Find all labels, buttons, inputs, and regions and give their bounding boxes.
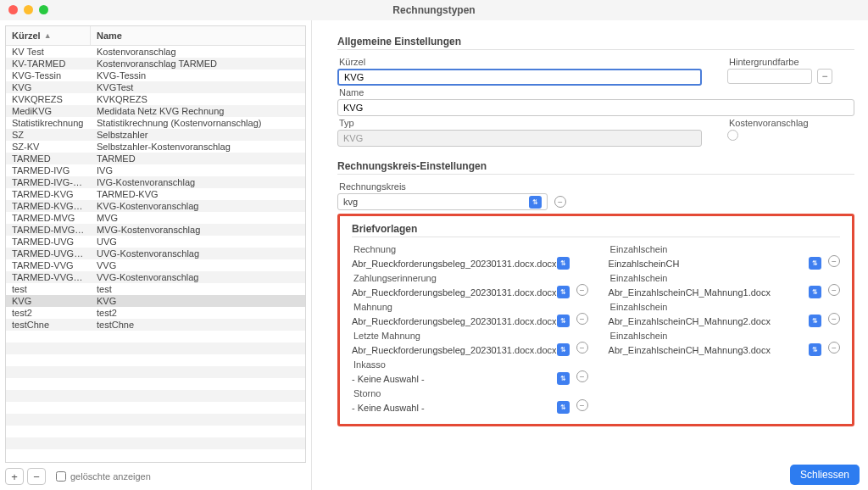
briefvorlagen-box: Briefvorlagen RechnungAbr_Rueckforderung… [337, 214, 854, 426]
ez4-clear-button[interactable]: − [828, 342, 840, 354]
storno-clear-button[interactable]: − [576, 399, 588, 411]
name-input[interactable] [337, 99, 854, 116]
col-kuerzel[interactable]: Kürzel▲ [6, 26, 91, 45]
table-row[interactable] [6, 390, 305, 402]
table-row[interactable] [6, 437, 305, 449]
letzte-label: Letzte Mahnung [352, 331, 588, 341]
table-row[interactable]: TARMED-MVGMVG [6, 212, 305, 224]
type-table: Kürzel▲ Name KV TestKostenvoranschlagKV-… [5, 25, 306, 463]
sort-asc-icon: ▲ [44, 31, 52, 40]
cell-kuerzel: KVG [6, 82, 91, 92]
maximize-window-icon[interactable] [39, 5, 48, 14]
rechnung-combo[interactable]: Abr_Rueckforderungsbeleg_20230131.docx.d… [352, 257, 570, 270]
table-row[interactable]: MediKVGMedidata Netz KVG Rechnung [6, 105, 305, 117]
cell-kuerzel: KVG [6, 296, 91, 306]
rechnungskreis-combo[interactable]: kvg⇅ [337, 193, 548, 210]
table-row[interactable]: SZ-KVSelbstzahler-Kostenvoranschlag [6, 141, 305, 153]
table-row[interactable] [6, 426, 305, 437]
table-row[interactable]: KVGKVG [6, 295, 305, 307]
table-row[interactable]: TARMEDTARMED [6, 153, 305, 164]
table-row[interactable] [6, 354, 305, 366]
add-button[interactable]: + [5, 468, 24, 485]
table-row[interactable]: TARMED-IVG-KVIVG-Kostenvoranschlag [6, 176, 305, 188]
ez2-clear-button[interactable]: − [828, 284, 840, 296]
storno-combo[interactable]: - Keine Auswahl -⇅ [352, 401, 570, 414]
table-row[interactable]: KVKQREZSKVKQREZS [6, 93, 305, 105]
cell-name: KVG [91, 296, 305, 306]
table-row[interactable]: TARMED-KVGTARMED-KVG [6, 188, 305, 200]
ez1-combo[interactable]: EinzahlscheinCH⇅ [609, 257, 821, 270]
letzte-combo[interactable]: Abr_Rueckforderungsbeleg_20230131.docx.d… [352, 343, 570, 356]
cell-kuerzel: TARMED-MVG [6, 213, 91, 223]
table-row[interactable] [6, 331, 305, 342]
cell-kuerzel: SZ-KV [6, 142, 91, 152]
inkasso-label: Inkasso [352, 359, 588, 370]
cell-name: test2 [91, 308, 305, 318]
table-row[interactable] [6, 342, 305, 354]
kreis-section-title: Rechnungskreis-Einstellungen [337, 160, 854, 172]
table-row[interactable]: testChnetestChne [6, 319, 305, 331]
table-row[interactable] [6, 378, 305, 390]
ez2-combo[interactable]: Abr_EinzahlscheinCH_Mahnung1.docx⇅ [609, 286, 821, 298]
bg-color-swatch[interactable] [727, 69, 812, 84]
table-row[interactable]: KV-TARMEDKostenvoranschlag TARMED [6, 58, 305, 70]
inkasso-clear-button[interactable]: − [576, 370, 588, 382]
cell-kuerzel: KV-TARMED [6, 58, 91, 69]
table-row[interactable] [6, 402, 305, 414]
table-row[interactable] [6, 414, 305, 426]
inkasso-combo[interactable]: - Keine Auswahl -⇅ [352, 372, 570, 385]
table-row[interactable] [6, 366, 305, 378]
table-row[interactable]: KVG-TessinKVG-Tessin [6, 70, 305, 81]
minimize-window-icon[interactable] [24, 5, 33, 14]
mahnung-combo[interactable]: Abr_Rueckforderungsbeleg_20230131.docx.d… [352, 315, 570, 327]
remove-button[interactable]: − [27, 468, 46, 485]
close-window-icon[interactable] [8, 5, 18, 14]
cell-kuerzel: testChne [6, 320, 91, 330]
cell-name: Selbstzahler [91, 130, 305, 140]
cell-name: KVKQREZS [91, 94, 305, 104]
brief-section-title: Briefvorlagen [352, 223, 840, 235]
storno-label: Storno [352, 388, 588, 398]
table-row[interactable]: SZSelbstzahler [6, 129, 305, 141]
cell-name: testChne [91, 320, 305, 330]
cell-name: UVG [91, 237, 305, 247]
cell-kuerzel: Statistikrechnung [6, 118, 91, 128]
table-row[interactable]: test2test2 [6, 307, 305, 319]
ez4-combo[interactable]: Abr_EinzahlscheinCH_Mahnung3.docx⇅ [609, 343, 821, 356]
table-row[interactable]: TARMED-VVGVVG [6, 259, 305, 271]
table-row[interactable]: TARMED-UVGUVG [6, 236, 305, 248]
table-row[interactable]: KV TestKostenvoranschlag [6, 46, 305, 58]
cell-kuerzel: TARMED-VVG [6, 260, 91, 270]
ez1-clear-button[interactable]: − [828, 255, 840, 267]
cell-name: Kostenvoranschlag TARMED [91, 58, 305, 69]
zahlung-combo[interactable]: Abr_Rueckforderungsbeleg_20230131.docx.d… [352, 286, 570, 298]
cell-name: VVG-Kostenvoranschlag [91, 272, 305, 282]
general-section-title: Allgemeine Einstellungen [337, 36, 854, 47]
close-button[interactable]: Schliessen [790, 465, 860, 485]
ez2-label: Einzahlschein [609, 273, 840, 283]
letzte-clear-button[interactable]: − [576, 342, 588, 354]
table-row[interactable]: KVGKVGTest [6, 81, 305, 93]
rechnungskreis-clear-button[interactable]: − [554, 196, 566, 208]
kostenvoranschlag-radio[interactable] [727, 130, 738, 141]
cell-kuerzel: TARMED-VVG-KV [6, 272, 91, 282]
table-row[interactable]: testtest [6, 283, 305, 295]
ez3-clear-button[interactable]: − [828, 313, 840, 325]
cell-name: VVG [91, 260, 305, 270]
table-row[interactable]: TARMED-VVG-KVVVG-Kostenvoranschlag [6, 271, 305, 283]
table-row[interactable]: TARMED-KVG-KVKVG-Kostenvoranschlag [6, 200, 305, 212]
table-row[interactable]: StatistikrechnungStatistikrechnung (Kost… [6, 117, 305, 129]
bg-color-clear-button[interactable]: − [817, 69, 832, 84]
table-row[interactable]: TARMED-MVG-KVMVG-Kostenvoranschlag [6, 224, 305, 236]
typ-label: Typ [337, 118, 702, 128]
zahlung-clear-button[interactable]: − [576, 284, 588, 296]
ez3-combo[interactable]: Abr_EinzahlscheinCH_Mahnung2.docx⇅ [609, 315, 821, 327]
cell-name: IVG-Kostenvoranschlag [91, 177, 305, 187]
show-deleted-checkbox[interactable]: gelöschte anzeigen [56, 471, 151, 482]
cell-name: MVG-Kostenvoranschlag [91, 225, 305, 235]
mahnung-clear-button[interactable]: − [576, 313, 588, 325]
table-row[interactable]: TARMED-IVGIVG [6, 164, 305, 176]
kuerzel-input[interactable] [337, 69, 702, 86]
col-name[interactable]: Name [91, 26, 305, 45]
table-row[interactable]: TARMED-UVG-KVUVG-Kostenvoranschlag [6, 248, 305, 259]
